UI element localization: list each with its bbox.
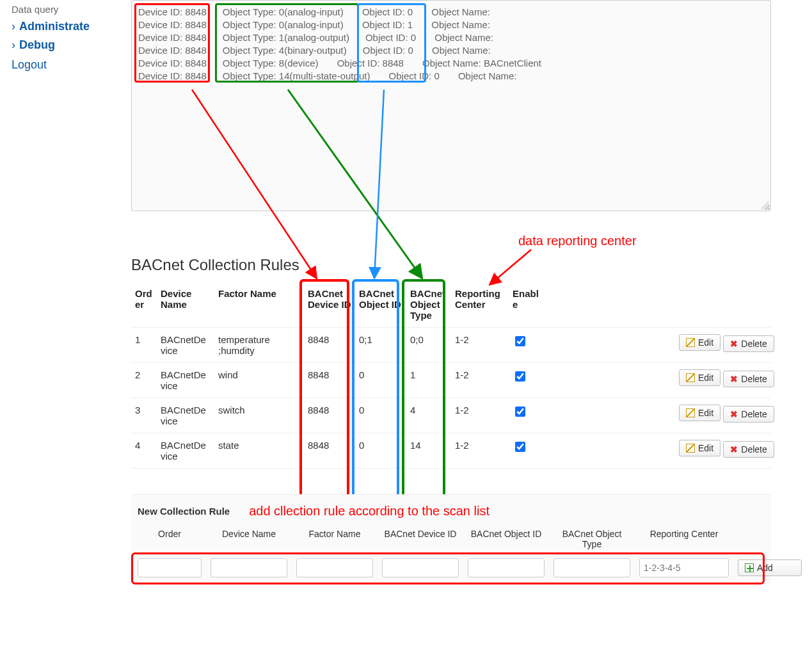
cell-reporting-center: 1-2: [451, 328, 509, 363]
nr-input-bacnet-device-id[interactable]: [382, 558, 459, 577]
edit-label: Edit: [698, 373, 713, 383]
sidebar-item-administrate[interactable]: ›Administrate: [0, 17, 128, 36]
cell-bacnet-object-type: 4: [406, 398, 451, 433]
scan-line: Device ID: 8848 Object Type: 0(analog-in…: [138, 6, 764, 19]
nr-input-bacnet-object-type[interactable]: [553, 558, 630, 577]
nr-th-bacnet-object-type: BACnet Object Type: [553, 529, 630, 549]
cell-bacnet-object-id: 0;1: [355, 328, 406, 363]
th-device-name: Device Name: [157, 282, 214, 328]
cell-reporting-center: 1-2: [451, 398, 509, 433]
rules-table-wrapper: Order Device Name Factor Name BACnet Dev…: [131, 282, 771, 469]
edit-button[interactable]: Edit: [679, 405, 720, 421]
th-enable: Enable: [509, 282, 547, 328]
edit-icon: [686, 338, 695, 347]
edit-button[interactable]: Edit: [679, 334, 720, 351]
enable-checkbox[interactable]: [515, 371, 525, 382]
cell-bacnet-object-type: 14: [406, 433, 451, 469]
cell-bacnet-object-id: 0: [355, 433, 406, 469]
edit-label: Edit: [698, 337, 713, 348]
delete-icon: ✖: [730, 410, 738, 419]
cell-order: 1: [131, 328, 157, 363]
cell-bacnet-object-id: 0: [355, 398, 406, 433]
scan-line: Device ID: 8848 Object Type: 1(analog-ou…: [138, 31, 764, 44]
enable-checkbox[interactable]: [515, 406, 525, 417]
th-bacnet-device-id: BACnet Device ID: [304, 282, 355, 328]
sidebar: Data query ›Administrate ›Debug Logout: [0, 0, 128, 76]
cell-bacnet-device-id: 8848: [304, 398, 355, 433]
th-order: Order: [131, 282, 157, 328]
table-row: 2BACnetDevicewind8848011-2Edit ✖Delete: [131, 363, 771, 398]
scan-line: Device ID: 8848 Object Type: 8(device) O…: [138, 57, 764, 70]
edit-icon: [686, 444, 695, 453]
cell-factor-name: switch: [214, 398, 304, 433]
sidebar-item-label: Administrate: [19, 20, 90, 33]
cell-device-name: BACnetDevice: [157, 433, 214, 469]
nr-input-factor-name[interactable]: [296, 558, 373, 577]
chevron-right-icon: ›: [12, 20, 15, 33]
scan-line: Device ID: 8848 Object Type: 0(analog-in…: [138, 19, 764, 31]
table-row: 3BACnetDeviceswitch8848041-2Edit ✖Delete: [131, 398, 771, 433]
delete-button[interactable]: ✖Delete: [723, 441, 774, 458]
nr-th-reporting-center: Reporting Center: [639, 529, 729, 539]
th-reporting-center: Reporting Center: [451, 282, 509, 328]
delete-button[interactable]: ✖Delete: [723, 406, 774, 423]
cell-device-name: BACnetDevice: [157, 398, 214, 433]
cell-enable: [509, 398, 547, 433]
nr-th-bacnet-object-id: BACnet Object ID: [468, 529, 545, 539]
nr-input-order[interactable]: [138, 558, 202, 577]
cell-order: 2: [131, 363, 157, 398]
edit-icon: [686, 373, 695, 382]
th-bacnet-object-type: BACnet Object Type: [406, 282, 451, 328]
cell-bacnet-object-id: 0: [355, 363, 406, 398]
sidebar-item-data-query[interactable]: Data query: [0, 1, 128, 17]
annotation-add-rule: add cllection rule according to the scan…: [249, 504, 490, 519]
cell-bacnet-object-type: 1: [406, 363, 451, 398]
delete-label: Delete: [741, 339, 767, 349]
edit-icon: [686, 408, 695, 417]
cell-bacnet-device-id: 8848: [304, 328, 355, 363]
enable-checkbox[interactable]: [515, 336, 525, 346]
cell-factor-name: state: [214, 433, 304, 469]
table-row: 1BACnetDevicetemperature ;humdity88480;1…: [131, 328, 771, 363]
cell-bacnet-device-id: 8848: [304, 363, 355, 398]
sidebar-item-logout[interactable]: Logout: [0, 54, 128, 76]
delete-label: Delete: [741, 374, 767, 384]
table-row: 4BACnetDevicestate88480141-2Edit ✖Delete: [131, 433, 771, 469]
cell-order: 3: [131, 398, 157, 433]
new-rule-title: New Collection Rule: [138, 506, 230, 517]
edit-label: Edit: [698, 443, 713, 453]
nr-input-device-name[interactable]: [211, 558, 287, 577]
th-factor-name: Factor Name: [214, 282, 304, 328]
delete-button[interactable]: ✖Delete: [723, 371, 774, 387]
main-content: Device ID: 8848 Object Type: 0(analog-in…: [131, 0, 771, 584]
nr-th-bacnet-device-id: BACnet Device ID: [382, 529, 459, 539]
sidebar-item-debug[interactable]: ›Debug: [0, 36, 128, 54]
delete-icon: ✖: [730, 445, 738, 454]
cell-bacnet-device-id: 8848: [304, 433, 355, 469]
add-button-label: Add: [757, 563, 773, 573]
add-button[interactable]: Add: [738, 559, 802, 576]
edit-button[interactable]: Edit: [679, 369, 720, 386]
nr-th-device-name: Device Name: [211, 529, 287, 539]
cell-bacnet-object-type: 0;0: [406, 328, 451, 363]
nr-input-reporting-center[interactable]: [639, 558, 729, 577]
edit-label: Edit: [698, 408, 713, 418]
delete-label: Delete: [741, 444, 767, 455]
scan-result-box[interactable]: Device ID: 8848 Object Type: 0(analog-in…: [131, 0, 771, 211]
cell-enable: [509, 363, 547, 398]
delete-button[interactable]: ✖Delete: [723, 335, 774, 352]
sidebar-item-label: Debug: [19, 38, 55, 51]
edit-button[interactable]: Edit: [679, 440, 720, 456]
cell-device-name: BACnetDevice: [157, 328, 214, 363]
delete-icon: ✖: [730, 339, 738, 348]
cell-reporting-center: 1-2: [451, 433, 509, 469]
section-title: BACnet Collection Rules: [131, 256, 771, 274]
enable-checkbox[interactable]: [515, 442, 525, 452]
cell-factor-name: wind: [214, 363, 304, 398]
nr-input-bacnet-object-id[interactable]: [468, 558, 545, 577]
th-bacnet-object-id: BACnet Object ID: [355, 282, 406, 328]
delete-icon: ✖: [730, 374, 738, 383]
rules-table: Order Device Name Factor Name BACnet Dev…: [131, 282, 771, 469]
new-rule-panel: New Collection Rule add cllection rule a…: [131, 494, 771, 584]
cell-device-name: BACnetDevice: [157, 363, 214, 398]
